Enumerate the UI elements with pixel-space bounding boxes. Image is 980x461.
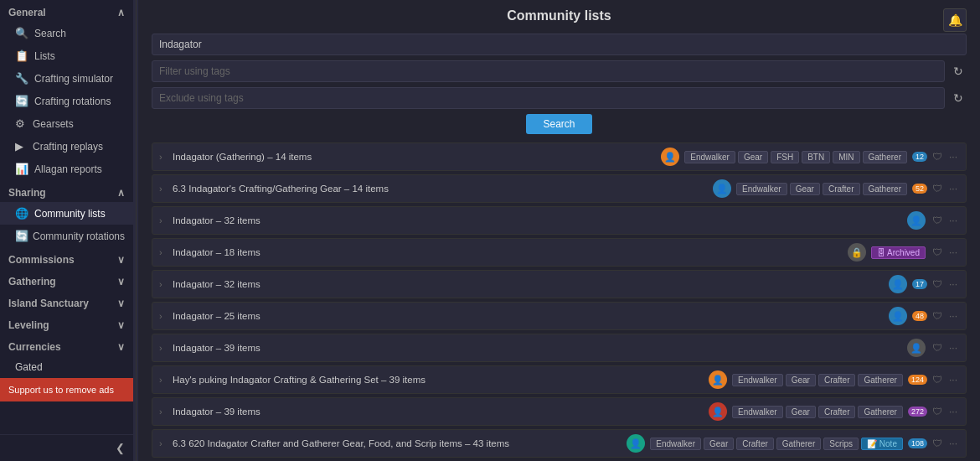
tag[interactable]: Endwalker	[650, 438, 701, 450]
tag[interactable]: Gear	[738, 151, 768, 163]
filter-tags-input[interactable]	[152, 60, 945, 82]
tag[interactable]: Gatherer	[858, 374, 902, 386]
sidebar-section-leveling[interactable]: Leveling ∨	[0, 313, 133, 334]
sidebar-item-allagan[interactable]: 📊 Allagan reports	[0, 158, 133, 180]
tag[interactable]: Endwalker	[684, 151, 735, 163]
sidebar-item-community-rot[interactable]: 🔄 Community rotations	[0, 225, 133, 247]
shield-icon[interactable]: 🛡	[931, 277, 944, 291]
shield-icon[interactable]: 🛡	[931, 341, 944, 355]
community-list-container: ›Indagator (Gathering) – 14 items👤Endwal…	[152, 142, 967, 461]
sidebar-section-commissions-label: Commissions	[8, 254, 75, 266]
tag[interactable]: Endwalker	[732, 406, 783, 418]
support-banner[interactable]: Support us to remove ads	[0, 378, 133, 401]
list-item[interactable]: ›Indagator – 39 items👤🛡···	[152, 334, 967, 362]
row-actions: 17🛡···	[912, 277, 959, 291]
sidebar-item-crafting-sim-label: Crafting simulator	[34, 73, 113, 85]
more-options-icon[interactable]: ···	[947, 277, 959, 291]
count-badge: 48	[912, 311, 927, 321]
list-item[interactable]: ›Indagator – 32 items👤17🛡···	[152, 270, 967, 298]
tag[interactable]: Gatherer	[858, 406, 902, 418]
more-options-icon[interactable]: ···	[947, 309, 959, 323]
list-item[interactable]: ›Hay's puking Indagator Crafting & Gathe…	[152, 365, 967, 394]
shield-icon[interactable]: 🛡	[931, 214, 944, 227]
filter-refresh-button[interactable]: ↻	[950, 63, 967, 80]
sidebar-section-gathering[interactable]: Gathering ∨	[0, 269, 133, 291]
tag[interactable]: MIN	[833, 151, 859, 163]
sidebar-item-community-lists[interactable]: 🌐 Community lists	[0, 202, 133, 225]
sidebar-item-crafting-rep[interactable]: ▶ Crafting replays	[0, 135, 133, 158]
sidebar-section-currencies[interactable]: Currencies ∨	[0, 334, 133, 356]
more-options-icon[interactable]: ···	[947, 341, 959, 355]
sidebar-item-crafting-rot-label: Crafting rotations	[34, 96, 111, 107]
sidebar-item-allagan-label: Allagan reports	[34, 163, 102, 175]
more-options-icon[interactable]: ···	[947, 214, 959, 227]
list-item[interactable]: ›6.3 620 Indagator Crafter and Gatherer …	[152, 429, 967, 458]
list-item[interactable]: ›Indagator – 39 items👤EndwalkerGearCraft…	[152, 397, 967, 426]
shield-icon[interactable]: 🛡	[931, 405, 944, 418]
sidebar-section-commissions[interactable]: Commissions ∨	[0, 247, 133, 269]
tag[interactable]: Gear	[786, 406, 816, 418]
username-input[interactable]	[152, 34, 967, 55]
more-options-icon[interactable]: ···	[947, 182, 959, 195]
tag[interactable]: Gatherer	[863, 151, 907, 163]
search-section: ↻ ↻ Search	[152, 34, 967, 134]
tag[interactable]: Crafter	[823, 183, 860, 195]
notification-bell-button[interactable]: 🔔	[943, 8, 967, 32]
row-avatar: 👤	[627, 434, 645, 453]
exclude-refresh-button[interactable]: ↻	[950, 90, 967, 106]
sidebar-item-lists[interactable]: 📋 Lists	[0, 44, 133, 67]
more-options-icon[interactable]: ···	[947, 246, 959, 259]
tag[interactable]: Gear	[786, 374, 816, 386]
sidebar-section-general[interactable]: General ∧	[0, 0, 133, 22]
sidebar-chevron-commissions: ∨	[117, 254, 125, 266]
count-badge: 52	[912, 184, 927, 194]
tag[interactable]: Crafter	[736, 438, 774, 450]
list-item[interactable]: ›Indagator – 18 items🔒🗄 Archived🛡···	[152, 238, 967, 267]
shield-icon[interactable]: 🛡	[931, 309, 944, 323]
exclude-input-wrap	[152, 87, 945, 109]
tag[interactable]: Gear	[704, 438, 734, 450]
shield-icon[interactable]: 🛡	[931, 373, 944, 386]
search-button[interactable]: Search	[526, 114, 591, 134]
tag[interactable]: Crafter	[818, 374, 856, 386]
list-item[interactable]: ›6.3 Indagator's Crafting/Gathering Gear…	[152, 174, 967, 203]
tag[interactable]: Gear	[790, 183, 820, 195]
tag[interactable]: Crafter	[818, 406, 856, 418]
collapse-icon[interactable]: ❮	[116, 442, 125, 454]
tag[interactable]: Endwalker	[732, 374, 783, 386]
row-actions: 52🛡···	[912, 182, 959, 195]
shield-icon[interactable]: 🛡	[931, 150, 944, 163]
exclude-tags-input[interactable]	[152, 87, 945, 109]
more-options-icon[interactable]: ···	[947, 373, 959, 386]
more-options-icon[interactable]: ···	[947, 150, 959, 163]
shield-icon[interactable]: 🛡	[931, 437, 944, 450]
tag[interactable]: Gatherer	[863, 183, 907, 195]
list-item[interactable]: ›Indagator – 25 items👤48🛡···	[152, 302, 967, 330]
tag[interactable]: BTN	[802, 151, 830, 163]
tag[interactable]: Endwalker	[736, 183, 787, 195]
sidebar-item-search[interactable]: 🔍 Search	[0, 22, 133, 44]
row-actions: 48🛡···	[912, 309, 959, 323]
tag[interactable]: FSH	[771, 151, 799, 163]
sidebar-section-sharing[interactable]: Sharing ∧	[0, 180, 133, 202]
more-options-icon[interactable]: ···	[947, 437, 959, 450]
row-chevron-icon: ›	[159, 152, 168, 162]
more-options-icon[interactable]: ···	[947, 405, 959, 418]
sidebar-item-crafting-sim[interactable]: 🔧 Crafting simulator	[0, 67, 133, 90]
sidebar-item-crafting-rep-label: Crafting replays	[33, 141, 103, 153]
list-item[interactable]: ›Indagator – 32 items👤🛡···	[152, 206, 967, 235]
sidebar-item-gearsets-label: Gearsets	[33, 118, 74, 130]
sidebar-item-crafting-rot[interactable]: 🔄 Crafting rotations	[0, 90, 133, 112]
tag[interactable]: Gatherer	[776, 438, 821, 450]
shield-icon[interactable]: 🛡	[931, 182, 944, 195]
tag-note[interactable]: 📝 Note	[861, 438, 903, 450]
shield-icon[interactable]: 🛡	[931, 246, 944, 259]
sidebar-section-island[interactable]: Island Sanctuary ∨	[0, 291, 133, 313]
row-tags: EndwalkerGearCrafterGatherer	[732, 406, 903, 418]
tag[interactable]: Scrips	[823, 438, 859, 450]
row-actions: 🛡···	[931, 214, 959, 227]
sidebar-item-gearsets[interactable]: ⚙ Gearsets	[0, 112, 133, 135]
list-item[interactable]: ›Indagator (Gathering) – 14 items👤Endwal…	[152, 142, 967, 171]
sidebar-resize-handle[interactable]	[134, 0, 138, 461]
row-title: Indagator – 18 items	[173, 247, 843, 257]
